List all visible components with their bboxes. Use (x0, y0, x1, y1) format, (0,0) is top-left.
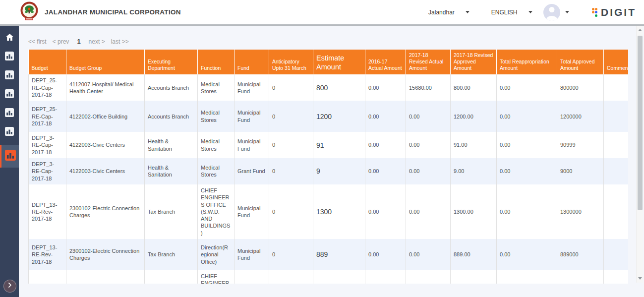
table-cell: 1300.00 (451, 184, 497, 239)
sidebar-nav (0, 26, 19, 297)
table-cell: Tax Branch (145, 239, 198, 270)
column-header: Budget (29, 50, 66, 74)
table-cell: Direction(Regional Office) (198, 239, 234, 270)
pagination-first[interactable]: << first (28, 38, 47, 45)
sidebar-item-report-6[interactable] (0, 145, 19, 168)
scroll-down-icon[interactable] (638, 277, 642, 280)
chevron-right-icon (6, 282, 13, 291)
table-cell: 0 (269, 239, 313, 270)
table-cell (604, 101, 629, 132)
table-cell: Medical Stores (198, 132, 234, 158)
table-cell: DEPT_13-RE-Rev-2017-18 (29, 239, 66, 270)
table-cell: 2300103-Electricity Bill- Tube well (66, 270, 145, 284)
table-cell (604, 239, 629, 270)
table-cell: 4122002-Office Building (66, 101, 145, 132)
table-cell: CHIEF ENGINEERS OFFICE (S.W.D. AND BUILD… (198, 270, 234, 284)
table-cell (604, 270, 629, 284)
table-cell: Accounts Branch (145, 74, 198, 101)
table-cell: 0.00 (406, 101, 451, 132)
table-cell: 0.00 (497, 101, 557, 132)
table-cell: 800000 (557, 74, 604, 101)
table-row: DEPT_25-RE-Cap-2017-184122002-Office Bui… (29, 101, 629, 132)
table-cell: 0.00 (406, 184, 451, 239)
pagination-prev[interactable]: < prev (53, 38, 69, 45)
table-cell: Tax Branch (145, 270, 198, 284)
language-selector[interactable]: ENGLISH (491, 9, 532, 16)
digit-dots-icon (592, 8, 598, 17)
sidebar-item-report-5[interactable] (0, 123, 19, 142)
table-cell: DEPT_13-RE-Rev-2017-18 (29, 184, 66, 239)
table-cell: 0 (269, 184, 313, 239)
table-row: DEPT_13-RE-Rev-2017-182300103-Electricit… (29, 270, 629, 284)
language-selector-label: ENGLISH (491, 9, 518, 16)
pagination-current-page[interactable]: 1 (75, 38, 82, 45)
sidebar-expand-button[interactable] (3, 280, 16, 293)
table-cell: 90999 (557, 132, 604, 158)
digit-logo-text: DIGIT (601, 6, 636, 18)
table-cell: 0.00 (365, 270, 406, 284)
table-cell: 0 (269, 270, 313, 284)
table-cell: DEPT_3-RE-Cap-2017-18 (29, 158, 66, 184)
table-cell: 0.00 (497, 239, 557, 270)
table-cell: 9.00 (451, 158, 497, 184)
sidebar-item-report-1[interactable] (0, 48, 19, 66)
vertical-scrollbar[interactable] (636, 26, 643, 283)
table-cell: 4122003-Civic Centers (66, 158, 145, 184)
table-cell: DEPT_25-RE-Cap-2017-18 (29, 101, 66, 132)
municipal-logo-icon (20, 1, 39, 23)
city-selector[interactable]: Jalandhar (428, 9, 469, 16)
table-cell: 900 (313, 270, 365, 284)
scroll-up-icon[interactable] (638, 29, 642, 31)
table-cell: 0.00 (497, 74, 557, 101)
table-cell: 900.00 (451, 270, 497, 284)
bar-chart-icon (5, 52, 14, 62)
city-selector-label: Jalandhar (428, 9, 455, 16)
table-cell: 889000 (557, 239, 604, 270)
table-cell: 0 (269, 101, 313, 132)
table-cell: Medical Stores (198, 158, 234, 184)
table-cell: 0.00 (365, 184, 406, 239)
table-cell: 0.00 (406, 239, 451, 270)
bar-chart-icon (5, 70, 14, 81)
budget-table-wrapper[interactable]: BudgetBudget GroupExecuting DepartmentFu… (28, 50, 628, 284)
bar-chart-icon (5, 89, 14, 100)
pagination-last[interactable]: last >> (111, 38, 129, 45)
table-cell: 0.00 (497, 270, 557, 284)
table-cell: 889 (313, 239, 365, 270)
table-cell: 0.00 (406, 158, 451, 184)
table-cell: 0.00 (365, 132, 406, 158)
column-header: Total Reappropriation Amount (497, 50, 557, 74)
pagination-next[interactable]: next > (89, 38, 105, 45)
chevron-down-icon (466, 11, 469, 13)
table-cell: Municipal Fund (234, 132, 269, 158)
table-cell: 900000 (557, 270, 604, 284)
table-cell: 889.00 (451, 239, 497, 270)
table-cell: 0.00 (365, 239, 406, 270)
bar-chart-icon (5, 108, 14, 119)
table-cell: 9000 (557, 158, 604, 184)
table-cell: 0.00 (497, 132, 557, 158)
sidebar-item-report-4[interactable] (0, 104, 19, 123)
table-cell: 800.00 (451, 74, 497, 101)
table-cell: DEPT_3-RE-Cap-2017-18 (29, 132, 66, 158)
scrollbar-thumb[interactable] (638, 36, 643, 210)
table-cell: 0 (269, 158, 313, 184)
table-cell: 2300102-Electric Connection Charges (66, 239, 145, 270)
column-header: 2017-18 Revised Actual Amount (406, 50, 451, 74)
org-brand: JALANDHAR MUNICIPAL CORPORATION (20, 1, 181, 23)
sidebar-item-report-2[interactable] (0, 66, 19, 85)
table-cell: Tax Branch (145, 184, 198, 239)
table-row: DEPT_25-RE-Cap-2017-184112007-Hospital/ … (29, 74, 629, 101)
table-cell: Grant Fund (234, 158, 269, 184)
table-cell: DEPT_13-RE-Rev-2017-18 (29, 270, 66, 284)
sidebar-item-report-3[interactable] (0, 85, 19, 104)
table-cell: Municipal Fund (234, 184, 269, 239)
table-row: DEPT_13-RE-Rev-2017-182300102-Electric C… (29, 184, 629, 239)
table-cell (604, 132, 629, 158)
column-header: 2017-18 Revised Approved Amount (451, 50, 497, 74)
table-cell (604, 74, 629, 101)
sidebar-item-home[interactable] (0, 29, 19, 48)
user-menu[interactable] (543, 4, 569, 21)
table-cell: 0.00 (406, 270, 451, 284)
table-cell: 1300000 (557, 184, 604, 239)
